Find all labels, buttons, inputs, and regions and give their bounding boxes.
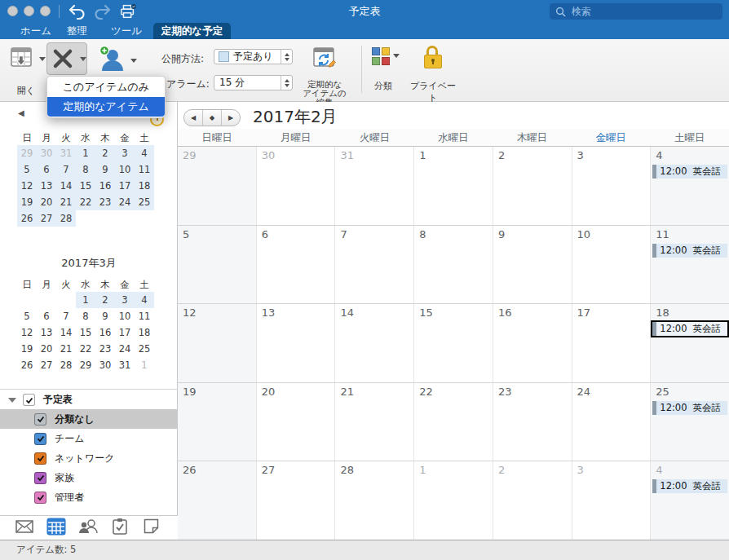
day-cell[interactable]: 19 bbox=[178, 383, 256, 461]
day-cell[interactable]: 16 bbox=[493, 304, 572, 382]
day-cell[interactable]: 29 bbox=[178, 147, 256, 225]
mini-day[interactable]: 25 bbox=[135, 341, 154, 357]
mini-day[interactable]: 6 bbox=[37, 308, 56, 324]
mini-day[interactable]: 14 bbox=[56, 178, 76, 194]
mini-calendar-prev-icon[interactable]: ◀ bbox=[18, 108, 24, 117]
mini-day[interactable]: 10 bbox=[115, 161, 135, 178]
day-cell[interactable]: 3 bbox=[572, 461, 651, 540]
mini-day[interactable]: 1 bbox=[76, 292, 95, 308]
mini-day[interactable]: 28 bbox=[56, 210, 76, 227]
mini-day[interactable]: 20 bbox=[37, 194, 56, 210]
event-chip[interactable]: 12:00英会話 bbox=[652, 244, 727, 258]
tab-4[interactable]: 定期的な予定 bbox=[153, 23, 231, 39]
mini-day[interactable]: 4 bbox=[135, 145, 154, 161]
mini-day[interactable]: 30 bbox=[95, 357, 115, 373]
checkbox-icon[interactable] bbox=[34, 413, 46, 426]
mini-day[interactable]: 29 bbox=[76, 357, 95, 373]
mini-day[interactable]: 22 bbox=[76, 194, 95, 210]
tasks-module-button[interactable] bbox=[104, 518, 135, 538]
mini-day[interactable]: 17 bbox=[115, 324, 135, 341]
next-month-icon[interactable]: ▶ bbox=[221, 110, 240, 126]
day-cell[interactable]: 1812:00英会話 bbox=[650, 304, 729, 382]
day-cell[interactable]: 7 bbox=[334, 226, 413, 304]
mini-day[interactable]: 4 bbox=[135, 292, 154, 308]
calendar-module-button[interactable] bbox=[40, 518, 72, 539]
event-chip[interactable]: 12:00英会話 bbox=[652, 322, 727, 336]
mini-day[interactable]: 19 bbox=[17, 341, 37, 357]
day-cell[interactable]: 412:00英会話 bbox=[650, 461, 729, 540]
alarm-stepper[interactable] bbox=[281, 76, 292, 90]
event-chip[interactable]: 12:00英会話 bbox=[652, 401, 727, 415]
day-cell[interactable]: 5 bbox=[178, 226, 256, 304]
mini-day[interactable]: 2 bbox=[95, 145, 115, 161]
day-cell[interactable]: 28 bbox=[334, 461, 413, 540]
mini-day[interactable]: 2 bbox=[95, 292, 115, 308]
mini-day[interactable]: 3 bbox=[115, 292, 135, 308]
day-cell[interactable]: 9 bbox=[493, 226, 572, 304]
day-cell[interactable]: 412:00英会話 bbox=[650, 147, 729, 225]
mini-day[interactable]: 11 bbox=[135, 308, 154, 324]
search-box[interactable] bbox=[550, 3, 722, 20]
mini-day[interactable]: 8 bbox=[76, 308, 95, 324]
day-cell[interactable]: 12 bbox=[178, 304, 256, 382]
day-cell[interactable]: 23 bbox=[493, 383, 572, 461]
alarm-select[interactable]: 15 分 bbox=[214, 75, 293, 90]
day-cell[interactable]: 14 bbox=[334, 304, 413, 382]
notes-module-button[interactable] bbox=[135, 518, 167, 537]
invite-dropdown-caret[interactable] bbox=[130, 59, 137, 63]
mini-day[interactable]: 23 bbox=[95, 341, 115, 357]
checkbox-icon[interactable] bbox=[34, 492, 46, 504]
mini-day[interactable]: 16 bbox=[95, 178, 115, 194]
mini-day[interactable]: 7 bbox=[56, 161, 76, 178]
tab-3[interactable]: ツール bbox=[111, 23, 142, 39]
invite-attendees-button[interactable] bbox=[95, 44, 139, 77]
mini-day[interactable]: 28 bbox=[56, 357, 76, 373]
calendar-list-item[interactable]: 分類なし bbox=[0, 409, 178, 429]
checkbox-icon[interactable] bbox=[23, 394, 35, 406]
day-cell[interactable]: 21 bbox=[334, 383, 413, 461]
day-cell[interactable]: 26 bbox=[178, 461, 256, 540]
mini-day[interactable]: 1 bbox=[135, 357, 154, 373]
day-cell[interactable]: 27 bbox=[256, 461, 335, 540]
mini-day[interactable]: 26 bbox=[17, 357, 37, 373]
mini-day[interactable]: 5 bbox=[17, 161, 37, 178]
mini-day[interactable]: 29 bbox=[17, 145, 37, 161]
mini-day[interactable]: 24 bbox=[115, 341, 135, 357]
day-cell[interactable]: 2 bbox=[493, 461, 572, 540]
calendar-list-item[interactable]: チーム bbox=[0, 429, 178, 448]
mini-day[interactable]: 22 bbox=[76, 341, 95, 357]
mail-module-button[interactable] bbox=[8, 520, 40, 536]
search-input[interactable] bbox=[570, 5, 712, 18]
mini-day[interactable]: 9 bbox=[95, 161, 115, 178]
mini-day[interactable]: 8 bbox=[76, 161, 95, 178]
mini-day[interactable]: 18 bbox=[135, 324, 154, 341]
mini-day[interactable]: 15 bbox=[76, 324, 95, 341]
day-cell[interactable]: 30 bbox=[256, 147, 335, 225]
calendar-list-item[interactable]: 管理者 bbox=[0, 487, 178, 507]
today-icon[interactable]: ◆ bbox=[202, 110, 221, 126]
publish-stepper[interactable] bbox=[281, 50, 292, 64]
mini-day[interactable]: 23 bbox=[95, 194, 115, 210]
edit-recurring-button[interactable]: 定期的な アイテムの編集 bbox=[298, 44, 351, 96]
mini-day[interactable]: 16 bbox=[95, 324, 115, 341]
checkbox-icon[interactable] bbox=[34, 472, 46, 484]
mini-day[interactable]: 21 bbox=[56, 194, 76, 210]
calendar-group-row[interactable]: 予定表 bbox=[0, 390, 178, 409]
checkbox-icon[interactable] bbox=[34, 452, 46, 465]
tab-1[interactable]: ホーム bbox=[20, 23, 51, 39]
mini-day[interactable]: 20 bbox=[37, 341, 56, 357]
day-cell[interactable]: 6 bbox=[256, 226, 335, 304]
mini-day[interactable]: 24 bbox=[115, 194, 135, 210]
mini-day[interactable]: 19 bbox=[17, 194, 37, 210]
delete-button[interactable] bbox=[46, 42, 87, 75]
mini-day[interactable]: 12 bbox=[17, 178, 37, 194]
mini-day[interactable]: 27 bbox=[37, 210, 56, 227]
day-cell[interactable]: 8 bbox=[413, 226, 493, 304]
day-cell[interactable]: 20 bbox=[256, 383, 335, 461]
day-cell[interactable]: 10 bbox=[572, 226, 651, 304]
mini-day[interactable]: 18 bbox=[135, 178, 154, 194]
mini-day[interactable]: 31 bbox=[56, 145, 76, 161]
menu-item-1[interactable]: このアイテムのみ bbox=[47, 77, 165, 97]
day-cell[interactable]: 1 bbox=[413, 147, 493, 225]
day-cell[interactable]: 2512:00英会話 bbox=[650, 383, 729, 461]
